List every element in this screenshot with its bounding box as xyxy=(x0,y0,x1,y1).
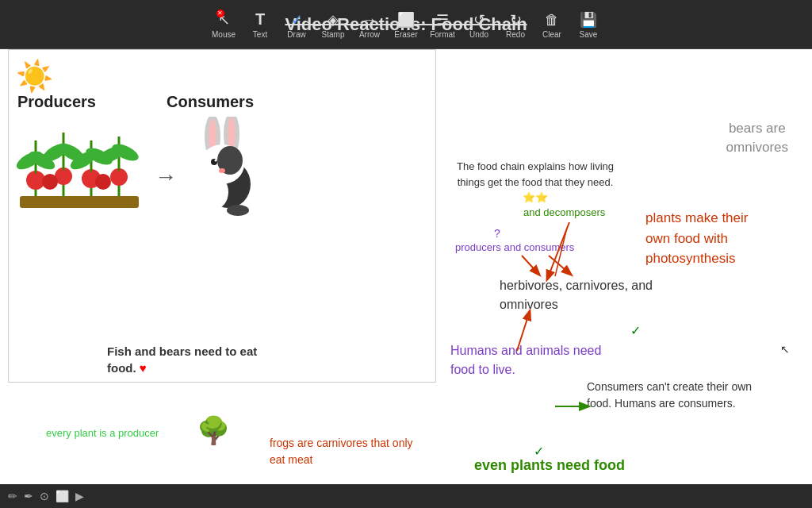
bottom-bar: ✏ ✒ ⊙ ⬜ ▶ xyxy=(0,484,812,508)
save-tool[interactable]: 💾 Save xyxy=(576,11,601,39)
main-content: ☀️ Producers Consumers xyxy=(0,49,812,508)
even-plants-text: even plants need food xyxy=(474,457,625,474)
arrow-label: Arrow xyxy=(359,30,380,39)
bears-omnivores-text: bears areomnivores xyxy=(726,119,788,157)
mouse-cursor: ↖ xyxy=(780,343,790,356)
text-tool[interactable]: T Text xyxy=(247,10,273,39)
eraser-tool[interactable]: ⬜ Eraser xyxy=(393,11,419,39)
producers-label: Producers xyxy=(17,93,96,111)
bottom-play-icon[interactable]: ▶ xyxy=(75,490,84,502)
question-mark: ? xyxy=(494,227,500,240)
checkmark-middle: ✓ xyxy=(630,323,641,338)
consumers-cant-text: Consumers can't create their own food. H… xyxy=(587,379,769,412)
text-label: Text xyxy=(253,30,267,39)
undo-label: Undo xyxy=(469,30,488,39)
svg-point-36 xyxy=(227,205,249,216)
svg-point-18 xyxy=(95,174,111,190)
arrow-tool[interactable]: → Arrow xyxy=(357,12,382,39)
bottom-circle-icon[interactable]: ⊙ xyxy=(40,490,49,502)
rabbit-illustration xyxy=(182,117,285,220)
plant-illustration xyxy=(12,117,147,220)
consumers-label: Consumers xyxy=(167,93,254,111)
format-tool[interactable]: ☰ Format xyxy=(430,11,455,39)
svg-line-38 xyxy=(522,256,539,275)
bottom-square-icon[interactable]: ⬜ xyxy=(56,490,69,502)
clear-tool[interactable]: 🗑 Clear xyxy=(539,12,565,39)
redo-tool[interactable]: ↻ Redo xyxy=(503,11,528,39)
humans-animals-text: Humans and animals needfood to live. xyxy=(450,341,601,379)
herbivores-text: herbivores, carnivores, andomnivores xyxy=(500,276,653,314)
mouse-tool[interactable]: ✕ ↖ Mouse xyxy=(211,11,236,39)
eraser-label: Eraser xyxy=(394,30,417,39)
draw-label: Draw xyxy=(287,30,305,39)
redo-label: Redo xyxy=(506,30,525,39)
frogs-carnivores-text: frogs are carnivores that onlyeat meat xyxy=(270,435,413,468)
bottom-pen-icon[interactable]: ✒ xyxy=(24,490,33,502)
sun-icon: ☀️ xyxy=(16,59,53,94)
svg-point-35 xyxy=(193,205,216,216)
decomposers-text: and decomposers xyxy=(523,206,605,218)
stamp-tool[interactable]: ◈ Stamp xyxy=(320,11,346,39)
tree-icon: 🌳 xyxy=(197,414,230,446)
format-label: Format xyxy=(430,30,455,39)
bottom-pencil-icon[interactable]: ✏ xyxy=(8,490,17,502)
arrow-right: → xyxy=(155,164,177,190)
svg-rect-0 xyxy=(20,196,139,208)
toolbar-tools: ✕ ↖ Mouse T Text ✓ Draw ◈ Stamp → Arrow … xyxy=(211,10,601,39)
svg-line-39 xyxy=(549,256,571,275)
stamp-label: Stamp xyxy=(322,30,345,39)
fish-bears-text: Fish and bears need to eatfood. ♥ xyxy=(107,343,257,376)
food-chain-explain: The food chain explains how living thing… xyxy=(452,159,619,206)
plants-make-text: plants make theirown food withphotosynth… xyxy=(645,208,788,269)
svg-point-34 xyxy=(219,168,225,173)
save-label: Save xyxy=(580,30,598,39)
undo-tool[interactable]: ↺ Undo xyxy=(466,11,492,39)
svg-point-33 xyxy=(215,160,217,162)
svg-point-17 xyxy=(42,174,58,190)
draw-tool[interactable]: ✓ Draw xyxy=(284,11,309,39)
clear-label: Clear xyxy=(542,30,561,39)
prod-consumers-annotation: producers and consumers xyxy=(455,241,574,253)
every-plant-text: every plant is a producer xyxy=(46,427,159,439)
mouse-label: Mouse xyxy=(212,30,236,39)
toolbar: Video Reactions: Food Chain ✕ ↖ Mouse T … xyxy=(0,0,812,49)
